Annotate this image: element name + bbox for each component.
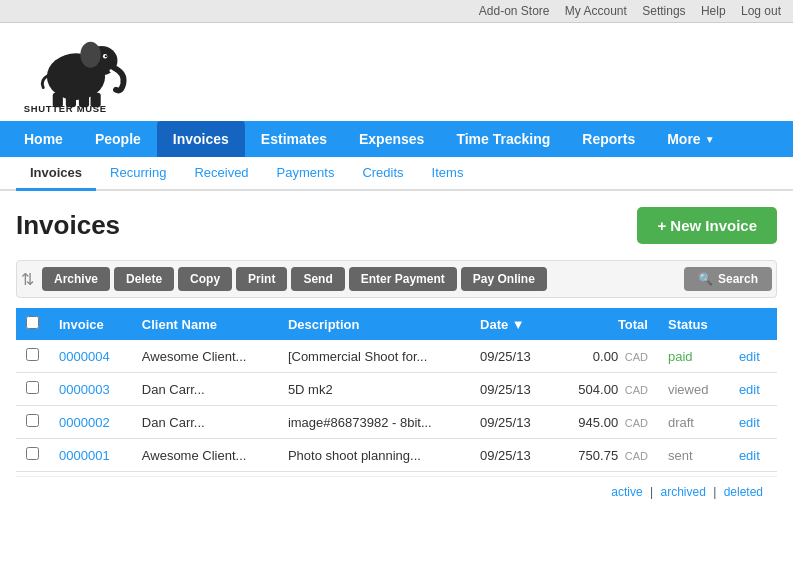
row-date: 09/25/13	[470, 340, 553, 373]
subnav-payments[interactable]: Payments	[263, 157, 349, 191]
row-total: 750.75 CAD	[553, 439, 658, 472]
sort-icon: ▼	[512, 317, 525, 332]
logo-image: SHUTTER MUSE	[16, 33, 136, 113]
search-label: Search	[718, 272, 758, 286]
row-date: 09/25/13	[470, 439, 553, 472]
row-invoice-id: 0000004	[49, 340, 132, 373]
row-date: 09/25/13	[470, 373, 553, 406]
row-description: 5D mk2	[278, 373, 470, 406]
subnav-recurring[interactable]: Recurring	[96, 157, 180, 191]
page-content: Invoices + New Invoice ⇅ Archive Delete …	[0, 191, 793, 582]
subnav-invoices[interactable]: Invoices	[16, 157, 96, 191]
row-client: Dan Carr...	[132, 406, 278, 439]
header-actions	[729, 308, 777, 340]
table-row: 0000004 Awesome Client... [Commercial Sh…	[16, 340, 777, 373]
archived-filter-link[interactable]: archived	[660, 485, 705, 499]
addon-store-link[interactable]: Add-on Store	[479, 4, 550, 18]
utility-bar: Add-on Store My Account Settings Help Lo…	[0, 0, 793, 23]
edit-link[interactable]: edit	[739, 415, 760, 430]
header-invoice: Invoice	[49, 308, 132, 340]
row-description: [Commercial Shoot for...	[278, 340, 470, 373]
nav-reports[interactable]: Reports	[566, 121, 651, 157]
table-row: 0000001 Awesome Client... Photo shoot pl…	[16, 439, 777, 472]
table-row: 0000002 Dan Carr... image#86873982 - 8bi…	[16, 406, 777, 439]
footer-links: active | archived | deleted	[16, 476, 777, 507]
invoice-link[interactable]: 0000004	[59, 349, 110, 364]
invoice-link[interactable]: 0000003	[59, 382, 110, 397]
row-checkbox[interactable]	[16, 406, 49, 439]
row-description: image#86873982 - 8bit...	[278, 406, 470, 439]
row-edit: edit	[729, 406, 777, 439]
row-edit: edit	[729, 439, 777, 472]
nav-estimates[interactable]: Estimates	[245, 121, 343, 157]
main-nav: Home People Invoices Estimates Expenses …	[0, 121, 793, 157]
row-checkbox[interactable]	[16, 373, 49, 406]
invoice-table: Invoice Client Name Description Date ▼ T…	[16, 308, 777, 472]
my-account-link[interactable]: My Account	[565, 4, 627, 18]
subnav-items[interactable]: Items	[418, 157, 478, 191]
row-total: 945.00 CAD	[553, 406, 658, 439]
subnav-credits[interactable]: Credits	[348, 157, 417, 191]
row-status: draft	[658, 406, 729, 439]
row-edit: edit	[729, 340, 777, 373]
svg-text:SHUTTER MUSE: SHUTTER MUSE	[24, 103, 107, 113]
header-total: Total	[553, 308, 658, 340]
edit-link[interactable]: edit	[739, 382, 760, 397]
row-description: Photo shoot planning...	[278, 439, 470, 472]
row-edit: edit	[729, 373, 777, 406]
svg-point-4	[105, 55, 107, 57]
logo-area: SHUTTER MUSE	[0, 23, 793, 121]
header-date[interactable]: Date ▼	[470, 308, 553, 340]
invoice-link[interactable]: 0000002	[59, 415, 110, 430]
nav-home[interactable]: Home	[8, 121, 79, 157]
new-invoice-button[interactable]: + New Invoice	[637, 207, 777, 244]
row-invoice-id: 0000003	[49, 373, 132, 406]
subnav-received[interactable]: Received	[180, 157, 262, 191]
nav-people[interactable]: People	[79, 121, 157, 157]
row-status: paid	[658, 340, 729, 373]
header-status: Status	[658, 308, 729, 340]
toolbar: ⇅ Archive Delete Copy Print Send Enter P…	[16, 260, 777, 298]
edit-link[interactable]: edit	[739, 448, 760, 463]
row-total: 0.00 CAD	[553, 340, 658, 373]
print-button[interactable]: Print	[236, 267, 287, 291]
nav-time-tracking[interactable]: Time Tracking	[440, 121, 566, 157]
delete-button[interactable]: Delete	[114, 267, 174, 291]
header-description: Description	[278, 308, 470, 340]
deleted-filter-link[interactable]: deleted	[724, 485, 763, 499]
active-filter-link[interactable]: active	[611, 485, 642, 499]
archive-button[interactable]: Archive	[42, 267, 110, 291]
select-all-icon: ⇅	[21, 270, 34, 289]
select-all-checkbox[interactable]	[26, 316, 39, 329]
search-button[interactable]: 🔍 Search	[684, 267, 772, 291]
row-status: viewed	[658, 373, 729, 406]
row-status: sent	[658, 439, 729, 472]
nav-expenses[interactable]: Expenses	[343, 121, 440, 157]
row-invoice-id: 0000001	[49, 439, 132, 472]
header-checkbox[interactable]	[16, 308, 49, 340]
invoice-link[interactable]: 0000001	[59, 448, 110, 463]
help-link[interactable]: Help	[701, 4, 726, 18]
pay-online-button[interactable]: Pay Online	[461, 267, 547, 291]
row-invoice-id: 0000002	[49, 406, 132, 439]
row-checkbox[interactable]	[16, 340, 49, 373]
settings-link[interactable]: Settings	[642, 4, 685, 18]
svg-point-2	[80, 42, 100, 68]
send-button[interactable]: Send	[291, 267, 344, 291]
nav-more[interactable]: More ▼	[651, 121, 730, 157]
row-date: 09/25/13	[470, 406, 553, 439]
row-total: 504.00 CAD	[553, 373, 658, 406]
page-title: Invoices	[16, 210, 120, 241]
enter-payment-button[interactable]: Enter Payment	[349, 267, 457, 291]
table-header-row: Invoice Client Name Description Date ▼ T…	[16, 308, 777, 340]
logout-link[interactable]: Log out	[741, 4, 781, 18]
sub-nav: Invoices Recurring Received Payments Cre…	[0, 157, 793, 191]
row-checkbox[interactable]	[16, 439, 49, 472]
row-client: Awesome Client...	[132, 340, 278, 373]
nav-invoices[interactable]: Invoices	[157, 121, 245, 157]
edit-link[interactable]: edit	[739, 349, 760, 364]
search-icon: 🔍	[698, 272, 713, 286]
copy-button[interactable]: Copy	[178, 267, 232, 291]
row-client: Awesome Client...	[132, 439, 278, 472]
page-header: Invoices + New Invoice	[16, 207, 777, 244]
